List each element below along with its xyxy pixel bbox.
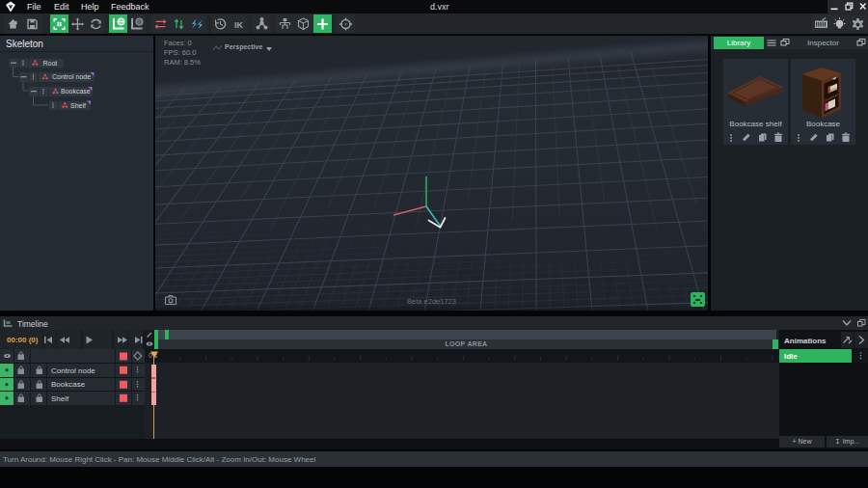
svg-text:Bookcase: Bookcase [61, 88, 91, 95]
svg-text:Shelf: Shelf [70, 102, 86, 109]
svg-text:Root: Root [43, 60, 58, 67]
svg-text:Control node: Control node [52, 73, 91, 80]
svg-text:IK: IK [234, 20, 244, 30]
